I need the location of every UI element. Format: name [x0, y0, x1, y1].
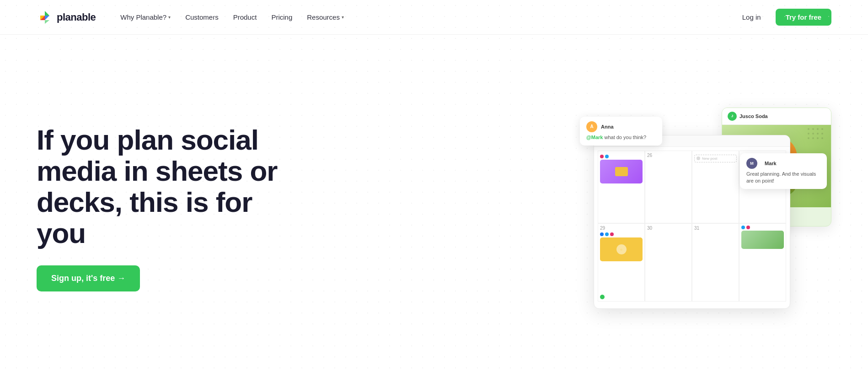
svg-point-11	[817, 133, 819, 135]
anna-comment-text: @Mark what do you think?	[586, 134, 656, 141]
calendar-cell-8	[739, 223, 786, 302]
nav-why-planable[interactable]: Why Planable? ▾	[114, 10, 177, 25]
comment-mark-bubble: M Mark Great planning. And the visuals a…	[740, 153, 827, 189]
yellow-post-card: ○	[600, 237, 643, 261]
twitter-icon	[605, 155, 609, 158]
calendar-cell-3: New post	[692, 151, 739, 224]
hero-title: If you plan social media in sheets or de…	[37, 124, 293, 249]
anna-mention: @Mark	[586, 135, 603, 140]
cal-number-26: 26	[647, 153, 690, 158]
svg-point-9	[808, 133, 809, 135]
twitter-icon-3	[741, 226, 745, 229]
facebook-icon	[600, 232, 604, 236]
svg-point-10	[812, 133, 814, 135]
svg-point-15	[817, 137, 819, 139]
nav-links: Why Planable? ▾ Customers Product Pricin…	[114, 10, 735, 25]
new-post-label: New post	[702, 156, 717, 161]
instagram-icon	[600, 155, 604, 158]
papaya-header: J Jusco Soda	[722, 108, 831, 125]
new-post-area: New post	[694, 155, 737, 162]
purple-post-card	[600, 160, 643, 183]
nav-actions: Log in Try for free	[735, 9, 831, 26]
mark-name: Mark	[765, 161, 777, 166]
comment-anna-bubble: A Anna @Mark what do you think?	[580, 117, 662, 146]
svg-point-8	[821, 128, 823, 130]
papaya-brand-name: Jusco Soda	[739, 113, 768, 119]
cal-number-30: 30	[647, 226, 690, 231]
svg-point-13	[808, 137, 809, 139]
svg-point-6	[812, 128, 814, 130]
anna-avatar: A	[586, 121, 597, 132]
svg-point-7	[817, 128, 819, 130]
calendar-cell-7: 31	[692, 223, 739, 302]
calendar-cell-1	[598, 151, 645, 224]
nav-product[interactable]: Product	[227, 10, 263, 25]
cal-number-31: 31	[694, 226, 737, 231]
post-social-icons-2	[600, 232, 643, 236]
comment-mark-header: M Mark	[746, 158, 820, 169]
green-post-card	[741, 231, 784, 249]
calendar-cell-6: 30	[645, 223, 692, 302]
hero-left: If you plan social media in sheets or de…	[37, 124, 293, 292]
anna-name: Anna	[601, 124, 614, 129]
svg-marker-0	[45, 11, 49, 16]
logo-link[interactable]: planable	[37, 9, 96, 26]
cal-number-29: 29	[600, 226, 643, 231]
chevron-down-icon: ▾	[168, 15, 171, 20]
dots-pattern	[806, 127, 829, 150]
chevron-down-icon-resources: ▾	[342, 15, 344, 20]
svg-marker-4	[45, 20, 49, 24]
brand-name: planable	[57, 11, 96, 23]
instagram-icon-2	[610, 232, 614, 236]
nav-resources[interactable]: Resources ▾	[300, 10, 350, 25]
mark-comment-text: Great planning. And the visuals are on p…	[746, 171, 820, 185]
new-post-plus-icon	[697, 156, 700, 160]
mockup-container: A Anna @Mark what do you think? J Jusco …	[594, 108, 831, 309]
hero-section: If you plan social media in sheets or de…	[0, 35, 868, 372]
post-social-icons	[600, 155, 643, 158]
svg-point-12	[821, 133, 823, 135]
calendar-cell-2: 26	[645, 151, 692, 224]
signup-button[interactable]: Sign up, it's free →	[37, 265, 140, 291]
cell8-icons	[741, 226, 784, 229]
hero-content: If you plan social media in sheets or de…	[37, 94, 831, 323]
yellow-card-content: ○	[616, 244, 627, 254]
hero-visual: A Anna @Mark what do you think? J Jusco …	[311, 94, 831, 323]
mark-avatar: M	[746, 158, 757, 169]
try-for-free-button[interactable]: Try for free	[776, 9, 831, 26]
planable-logo-icon	[37, 9, 53, 26]
svg-marker-2	[45, 16, 49, 20]
calendar-cell-5: 29 ○	[598, 223, 645, 302]
purple-card-content	[615, 167, 628, 176]
twitter-icon-2	[605, 232, 609, 236]
svg-point-5	[808, 128, 809, 130]
approved-badge	[600, 295, 605, 299]
papaya-brand-avatar: J	[728, 112, 737, 121]
nav-pricing[interactable]: Pricing	[265, 10, 299, 25]
comment-anna-header: A Anna	[586, 121, 656, 132]
instagram-icon-3	[746, 226, 750, 229]
login-button[interactable]: Log in	[735, 10, 768, 25]
svg-point-16	[821, 137, 823, 139]
nav-customers[interactable]: Customers	[179, 10, 225, 25]
main-nav: planable Why Planable? ▾ Customers Produ…	[0, 0, 868, 35]
svg-point-14	[812, 137, 814, 139]
